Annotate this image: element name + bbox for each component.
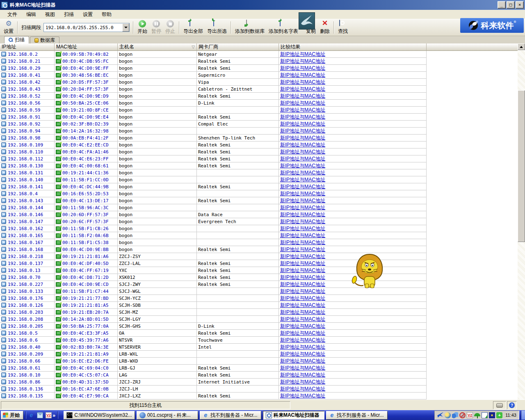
table-row[interactable]: 192.168.0.66 00:16:EC:E2:D6:FE LRB-WXD 新…: [0, 358, 427, 365]
tray-umbrella-icon[interactable]: [474, 412, 480, 418]
delete-x-icon: ✕: [321, 20, 329, 27]
menu-file[interactable]: 文件: [3, 10, 21, 19]
task-button[interactable]: 找不到服务器 - Micr...: [326, 411, 388, 420]
table-row[interactable]: 192.168.0.167 00:11:5B:F1:C5:38 bogon 新I…: [0, 239, 427, 246]
table-row[interactable]: 192.168.0.61 00:E0:4C:69:04:C0 LRB-GJ Re…: [0, 365, 427, 372]
start-scan-button[interactable]: 开始: [135, 20, 149, 35]
table-row[interactable]: 192.168.0.94 00:14:2A:16:32:98 bogon 新IP…: [0, 128, 427, 135]
table-row[interactable]: 192.168.0.6 00:E0:45:39:77:A6 NTSVR Touc…: [0, 337, 427, 344]
taskbar-edge-strip[interactable]: [521, 411, 525, 420]
table-row[interactable]: 192.168.0.162 00:11:5B:F1:CB:26 bogon 新I…: [0, 225, 427, 232]
table-row[interactable]: 192.168.0.176 00:19:21:21:77:BD SCJH-YCZ…: [0, 295, 427, 302]
v2-icon[interactable]: [46, 412, 52, 418]
tray-blocked-icon[interactable]: [459, 412, 466, 418]
table-row[interactable]: 192.168.0.91 00:E0:4C:D0:9E:E4 bogon Rea…: [0, 114, 427, 121]
add-to-database-button[interactable]: 添加到数据库: [233, 20, 267, 35]
table-row[interactable]: 192.168.0.208 00:14:2A:8D:01:5D SCJH-LGY…: [0, 316, 427, 323]
table-row[interactable]: 192.168.0.86 00:E0:4D:31:37:5D JZCJ-ZRJ …: [0, 379, 427, 386]
table-row[interactable]: 192.168.0.92 00:02:3F:B0:D2:39 bogon Com…: [0, 121, 427, 128]
quick-launch-overflow-chevron[interactable]: »: [52, 412, 55, 418]
table-row[interactable]: 192.168.0.29 00:E0:4C:D0:9E:FF bogon Rea…: [0, 65, 427, 72]
table-row[interactable]: 192.168.0.144 00:11:5B:96:AC:3C bogon 新I…: [0, 204, 427, 211]
column-header-ip[interactable]: IP地址: [0, 43, 55, 51]
menu-help[interactable]: 帮助: [98, 10, 116, 19]
cell-result: 新IP地址与MAC地址: [279, 365, 427, 372]
column-header-vendor[interactable]: 网卡厂商: [197, 43, 279, 51]
table-row[interactable]: 192.168.0.40 00:02:B3:B0:7A:3E NTSERVER …: [0, 344, 427, 351]
menu-settings[interactable]: 设置: [79, 10, 97, 19]
menu-scan[interactable]: 扫描: [60, 10, 78, 19]
column-header-hostname[interactable]: 主机名 ▽: [118, 43, 197, 51]
table-row[interactable]: 192.168.0.98 00:0A:EB:F4:41:2F bogon She…: [0, 135, 427, 142]
tray-msn-icon[interactable]: [452, 412, 458, 418]
subnet-combobox[interactable]: 192.168.0.0/255.255.255.0: [43, 23, 130, 32]
table-row[interactable]: 192.168.0.131 00:19:21:44:C1:36 bogon 新I…: [0, 169, 427, 176]
tray-shield-icon[interactable]: [496, 412, 502, 418]
table-row[interactable]: 192.168.0.5 00:E0:4C:E3:3F:A5 OA Realtek…: [0, 330, 427, 337]
menu-edit[interactable]: 编辑: [22, 10, 40, 19]
task-button[interactable]: C:\WINDOWS\system32...: [64, 411, 135, 420]
tray-v2-icon[interactable]: [467, 412, 473, 418]
tab-database[interactable]: 数据库: [30, 37, 59, 43]
task-button[interactable]: 找不到服务器 - Micr...: [200, 411, 261, 420]
scrollbar-thumb[interactable]: [518, 90, 525, 242]
settings-button[interactable]: ⚙ 设置: [2, 20, 16, 35]
column-header-result[interactable]: 比较结果: [279, 43, 427, 51]
table-row[interactable]: 192.168.0.146 00:20:6D:FF:57:3F bogon Da…: [0, 211, 427, 218]
table-row[interactable]: 192.168.0.203 00:19:21:EB:20:7A SCJH-MZ …: [0, 309, 427, 316]
table-row[interactable]: 192.168.0.130 00:E0:4C:00:68:61 bogon Re…: [0, 162, 427, 169]
table-row[interactable]: 192.168.0.205 00:50:BA:25:77:0A SCJH-GHS…: [0, 323, 427, 330]
table-row[interactable]: 192.168.0.141 00:E0:4C:DC:44:9B bogon Re…: [0, 183, 427, 190]
table-row[interactable]: 192.168.0.56 00:50:BA:25:CE:06 bogon D-L…: [0, 100, 427, 107]
table-row[interactable]: 192.168.0.136 00:16:EC:A7:6E:0B JZCJ-LH …: [0, 386, 427, 393]
status-tool-pane[interactable]: [493, 401, 506, 409]
column-header-mac[interactable]: MAC地址: [55, 43, 118, 51]
table-row[interactable]: 192.168.0.109 00:E0:4C:E2:EE:CD bogon Re…: [0, 142, 427, 148]
menu-view[interactable]: 视图: [41, 10, 59, 19]
table-row[interactable]: 192.168.0.43 00:20:D4:FF:57:3F bogon Cab…: [0, 86, 427, 93]
task-button[interactable]: 001.cscproj - 科来...: [137, 411, 198, 420]
task-button[interactable]: 科来MAC地址扫描器: [263, 411, 324, 420]
delete-button[interactable]: ✕ 删除: [318, 20, 332, 35]
combobox-dropdown-button[interactable]: [122, 23, 129, 32]
table-row[interactable]: 192.168.0.126 00:19:21:21:81:A5 SCJH-SDB…: [0, 302, 427, 309]
tray-swallow-icon[interactable]: [437, 412, 443, 418]
close-button[interactable]: ×: [516, 1, 524, 9]
find-button[interactable]: 查找: [336, 20, 350, 35]
minimize-button[interactable]: _: [498, 1, 506, 9]
start-button[interactable]: 开始: [1, 411, 23, 420]
cell-hostname: bogon: [118, 114, 197, 121]
table-row[interactable]: 192.168.0.110 00:E0:4C:FA:A1:46 bogon Re…: [0, 148, 427, 155]
status-help-pane[interactable]: ?: [507, 401, 517, 409]
vertical-scrollbar[interactable]: [518, 43, 525, 410]
table-row[interactable]: 192.168.0.10 00:E0:4C:C5:07:CA LAG Realt…: [0, 372, 427, 379]
add-to-name-table-button[interactable]: 添加到名字表: [267, 20, 300, 35]
table-row[interactable]: 192.168.0.52 00:E0:4C:D0:9E:D9 bogon Rea…: [0, 93, 427, 100]
table-row[interactable]: 192.168.0.4 00:16:E6:55:2D:53 bogon 新IP地…: [0, 190, 427, 197]
table-row[interactable]: 192.168.0.59 00:19:21:0D:8F:CE bogon 新IP…: [0, 107, 427, 114]
table-row[interactable]: 192.168.0.209 00:19:21:21:81:A9 LRB-WXL …: [0, 351, 427, 358]
export-all-button[interactable]: 导出全部: [181, 20, 205, 35]
table-row[interactable]: 192.168.0.41 00:30:48:56:BE:EC bogon Sup…: [0, 72, 427, 79]
table-row[interactable]: 192.168.0.165 00:11:5B:F2:0A:6B bogon 新I…: [0, 232, 427, 239]
tray-monitor-icon[interactable]: [482, 412, 488, 418]
ie-icon[interactable]: [28, 412, 34, 418]
table-row[interactable]: 192.168.0.112 00:E0:4C:E6:23:FF bogon Re…: [0, 155, 427, 162]
table-row[interactable]: 192.168.0.42 00:20:D5:FF:57:3F bogon Vip…: [0, 79, 427, 86]
table-row[interactable]: 192.168.0.2 00:09:5B:70:49:82 bogon Netg…: [0, 51, 427, 58]
cell-ip: 192.168.0.136: [0, 386, 55, 393]
scroll-up-button[interactable]: [518, 43, 525, 50]
table-row[interactable]: 192.168.0.143 00:E0:4C:13:DE:17 bogon Re…: [0, 197, 427, 204]
cell-mac: 00:16:EC:E2:D6:FE: [55, 358, 118, 365]
tray-globe-icon[interactable]: [445, 412, 451, 418]
tab-scan[interactable]: 扫描: [4, 36, 29, 43]
mail-icon[interactable]: [37, 412, 43, 418]
table-row[interactable]: 192.168.0.135 00:E0:4C:E7:90:CA JXCJ-LXZ…: [0, 393, 427, 399]
table-row[interactable]: 192.168.0.147 00:20:6C:FF:57:3F bogon Ev…: [0, 218, 427, 225]
table-row[interactable]: 192.168.0.21 00:E0:4C:DB:95:FC bogon Rea…: [0, 58, 427, 65]
restore-button[interactable]: □: [507, 1, 515, 9]
tray-speaker-icon[interactable]: [489, 412, 495, 418]
cell-ip: 192.168.0.208: [0, 316, 55, 323]
table-row[interactable]: 192.168.0.140 00:11:5B:F1:CC:0D bogon 新I…: [0, 176, 427, 183]
export-selected-button[interactable]: 导出所选: [205, 20, 229, 35]
